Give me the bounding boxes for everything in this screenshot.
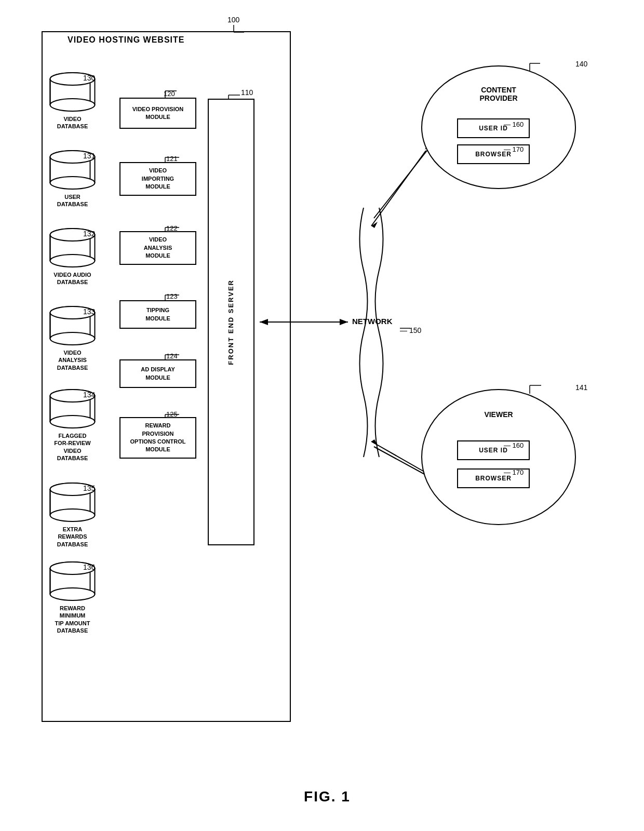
svg-marker-36 (371, 439, 378, 446)
mod-125-label: REWARDPROVISIONOPTIONS CONTROLMODULE (130, 422, 186, 454)
content-provider-container: CONTENTPROVIDER USER ID BROWSER (418, 62, 579, 192)
ref-134: 134 (83, 391, 95, 399)
svg-point-47 (50, 99, 95, 111)
viewer-title: VIEWER (484, 410, 513, 419)
ref-135: 135 (83, 484, 95, 492)
content-provider-title: CONTENTPROVIDER (479, 86, 517, 102)
ref-160-v: — 160 (504, 441, 524, 449)
ref-121: 121 (166, 155, 178, 163)
ref-123: 123 (166, 292, 178, 300)
ref-141: 141 (575, 383, 587, 392)
network-area: NETWORK (352, 317, 393, 326)
mod-120-label: VIDEO PROVISIONMODULE (132, 105, 183, 122)
ref-131: 131 (83, 152, 95, 160)
svg-point-53 (50, 177, 95, 189)
db-135-label: EXTRAREWARDSDATABASE (48, 526, 97, 548)
ref-160-cp: — 160 (504, 120, 524, 128)
mod-122-label: VIDEOANALYSISMODULE (144, 236, 172, 260)
mod-123-label: TIPPINGMODULE (145, 306, 170, 323)
svg-point-59 (50, 254, 95, 267)
ref-150: — 150 (400, 326, 421, 334)
mod-124: AD DISPLAYMODULE (119, 359, 196, 388)
ref-124: 124 (166, 352, 178, 360)
ref-100: 100 (227, 16, 239, 24)
ref-132: 132 (83, 230, 95, 238)
db-134-label: FLAGGEDFOR-REVIEWVIDEODATABASE (48, 432, 97, 462)
viewer-container: VIEWER USER ID BROWSER (418, 384, 579, 530)
figure-label: FIG. 1 (304, 788, 351, 805)
mod-121-label: VIDEOIMPORTINGMODULE (142, 167, 174, 191)
mod-121: VIDEOIMPORTINGMODULE (119, 162, 196, 196)
db-136-label: REWARDMINIMUMTIP AMOUNTDATABASE (48, 605, 97, 634)
svg-point-65 (50, 332, 95, 345)
svg-point-71 (50, 416, 95, 428)
front-end-server-box: FRONT END SERVER (208, 99, 254, 545)
svg-point-77 (50, 509, 95, 521)
ref-133: 133 (83, 307, 95, 316)
ref-140: 140 (575, 60, 587, 68)
mod-124-label: AD DISPLAYMODULE (141, 366, 175, 382)
ref-136: 136 (83, 563, 95, 571)
db-136: REWARDMINIMUMTIP AMOUNTDATABASE (48, 561, 97, 634)
mod-125: REWARDPROVISIONOPTIONS CONTROLMODULE (119, 417, 196, 459)
mod-122: VIDEOANALYSISMODULE (119, 231, 196, 265)
diagram-container: 100 VIDEO HOSTING WEBSITE FRONT END SERV… (26, 10, 628, 810)
db-132-label: VIDEO AUDIODATABASE (48, 271, 97, 286)
ref-110: 110 (241, 88, 253, 97)
svg-point-83 (50, 588, 95, 600)
db-130-label: VIDEODATABASE (48, 115, 97, 130)
db-133-label: VIDEOANALYSISDATABASE (48, 349, 97, 371)
ref-130: 130 (83, 74, 95, 82)
db-131-label: USERDATABASE (48, 193, 97, 208)
front-end-server-label: FRONT END SERVER (226, 279, 236, 365)
mod-123: TIPPINGMODULE (119, 300, 196, 329)
ref-170-cp: — 170 (504, 145, 524, 153)
ref-122: 122 (166, 224, 178, 232)
svg-marker-32 (371, 222, 378, 228)
ref-170-v: — 170 (504, 468, 524, 476)
db-134: FLAGGEDFOR-REVIEWVIDEODATABASE (48, 388, 97, 462)
ref-125: 125 (166, 410, 178, 418)
ref-120: 120 (164, 90, 175, 98)
network-label: NETWORK (352, 317, 393, 326)
mod-120: VIDEO PROVISIONMODULE (119, 98, 196, 129)
